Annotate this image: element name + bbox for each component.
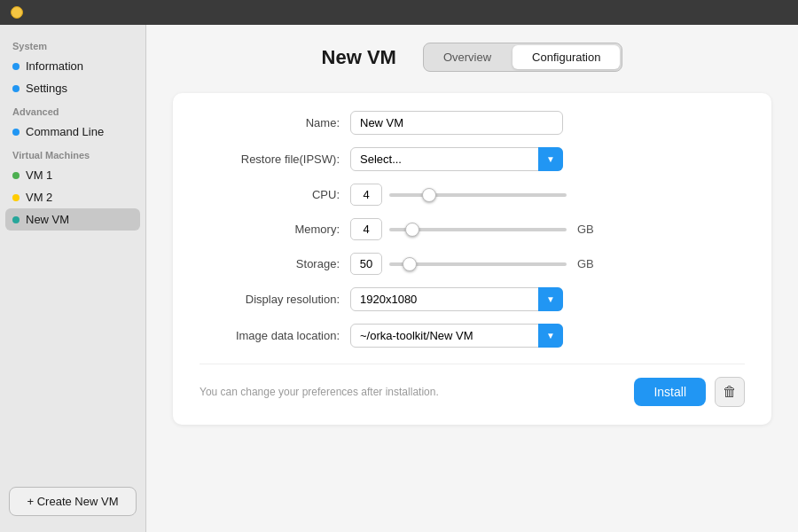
- sidebar-item-vm1-label: VM 1: [26, 168, 52, 182]
- traffic-light-yellow[interactable]: [11, 6, 23, 19]
- section-label-vms: Virtual Machines: [0, 143, 145, 164]
- tab-configuration[interactable]: Configuration: [512, 45, 620, 69]
- memory-slider[interactable]: [389, 228, 567, 231]
- form-row-display: Display resolution: 1920x1080: [200, 287, 745, 311]
- storage-slider[interactable]: [389, 262, 567, 266]
- image-select-wrapper: ~/orka-toolkit/New VM: [350, 324, 563, 348]
- form-row-image: Image data location: ~/orka-toolkit/New …: [200, 324, 745, 348]
- form-row-storage: Storage: GB: [200, 253, 745, 275]
- footer-hint: You can change your preferences after in…: [200, 386, 439, 398]
- form-row-cpu: CPU:: [200, 184, 745, 206]
- create-new-vm-button[interactable]: + Create New VM: [9, 487, 137, 516]
- storage-unit-label: GB: [577, 257, 594, 270]
- restore-select[interactable]: Select...: [350, 147, 563, 171]
- dot-icon-vm1: [12, 172, 20, 179]
- memory-label: Memory:: [200, 223, 350, 236]
- section-label-advanced: Advanced: [0, 99, 145, 121]
- sidebar-item-vm2[interactable]: VM 2: [0, 186, 145, 208]
- sidebar: System Information Settings Advanced Com…: [0, 25, 146, 532]
- display-select[interactable]: 1920x1080: [350, 287, 563, 311]
- sidebar-item-new-vm-label: New VM: [26, 213, 69, 226]
- restore-select-wrapper: Select...: [350, 147, 563, 171]
- restore-label: Restore file(IPSW):: [200, 153, 350, 166]
- storage-label: Storage:: [200, 257, 350, 270]
- install-button[interactable]: Install: [634, 378, 706, 406]
- memory-unit-label: GB: [577, 223, 594, 236]
- dot-icon-vm2: [12, 194, 20, 201]
- titlebar: [0, 0, 798, 25]
- sidebar-item-command-line[interactable]: Command Line: [0, 121, 145, 143]
- form-row-memory: Memory: GB: [200, 218, 745, 240]
- dot-icon-settings: [12, 85, 20, 92]
- sidebar-item-command-line-label: Command Line: [26, 125, 104, 138]
- tab-group: Overview Configuration: [423, 43, 623, 72]
- display-label: Display resolution:: [200, 293, 350, 306]
- dot-icon-command-line: [12, 129, 20, 136]
- memory-value-input[interactable]: [350, 218, 382, 240]
- memory-slider-row: GB: [350, 218, 594, 240]
- image-select[interactable]: ~/orka-toolkit/New VM: [350, 324, 563, 348]
- name-label: Name:: [200, 116, 350, 129]
- storage-value-input[interactable]: [350, 253, 382, 275]
- form-area: Name: Restore file(IPSW): Select... CPU:: [173, 93, 771, 425]
- tab-overview[interactable]: Overview: [424, 43, 511, 71]
- content-header: New VM Overview Configuration: [173, 43, 771, 72]
- delete-button[interactable]: 🗑: [715, 377, 745, 407]
- storage-slider-row: GB: [350, 253, 594, 275]
- sidebar-item-information-label: Information: [26, 59, 83, 73]
- sidebar-item-new-vm[interactable]: New VM: [5, 208, 140, 231]
- footer-row: You can change your preferences after in…: [200, 364, 745, 407]
- footer-actions: Install 🗑: [634, 377, 745, 407]
- main-area: System Information Settings Advanced Com…: [0, 25, 798, 532]
- sidebar-item-vm2-label: VM 2: [26, 191, 52, 204]
- display-select-wrapper: 1920x1080: [350, 287, 563, 311]
- trash-icon: 🗑: [723, 384, 737, 400]
- name-input[interactable]: [350, 111, 563, 135]
- cpu-label: CPU:: [200, 188, 350, 201]
- sidebar-item-vm1[interactable]: VM 1: [0, 164, 145, 186]
- content-area: New VM Overview Configuration Name: Rest…: [146, 25, 798, 532]
- cpu-slider[interactable]: [389, 193, 567, 197]
- sidebar-item-information[interactable]: Information: [0, 55, 145, 77]
- form-row-name: Name:: [200, 111, 745, 135]
- dot-icon-new-vm: [12, 216, 20, 223]
- sidebar-item-settings[interactable]: Settings: [0, 77, 145, 99]
- page-title: New VM: [322, 46, 396, 69]
- dot-icon-information: [12, 63, 20, 70]
- image-label: Image data location:: [200, 329, 350, 342]
- section-label-system: System: [0, 34, 145, 55]
- cpu-value-input[interactable]: [350, 184, 382, 206]
- sidebar-item-settings-label: Settings: [26, 82, 67, 95]
- form-row-restore: Restore file(IPSW): Select...: [200, 147, 745, 171]
- cpu-slider-row: [350, 184, 567, 206]
